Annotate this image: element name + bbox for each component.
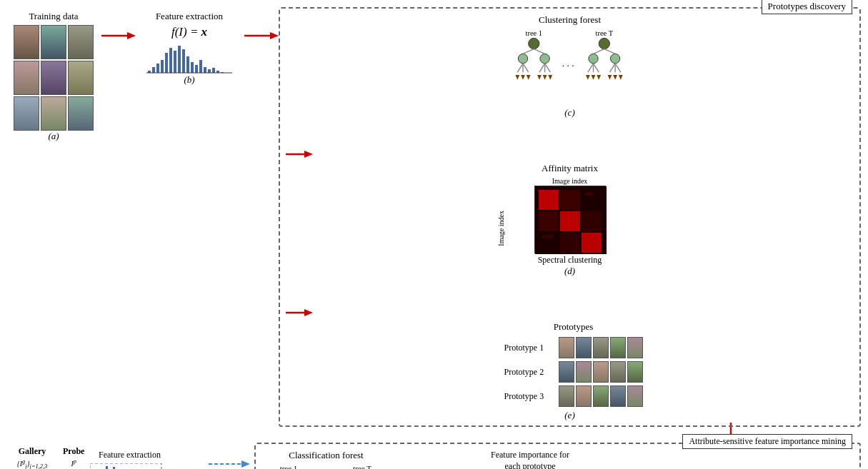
gallery-probe-row: Gallery {Igj}j=1,2,3 Probe Ip (7, 446, 207, 469)
svg-line-51 (609, 64, 615, 72)
panel-b: Feature extraction f(I) = x (136, 7, 243, 86)
svg-marker-93 (241, 460, 250, 468)
panel-c-label: (c) (564, 107, 574, 118)
proto-img (576, 337, 592, 358)
proto-img (627, 337, 643, 358)
svg-rect-4 (156, 64, 159, 73)
panel-b-title: Feature extraction (156, 11, 223, 22)
training-image (14, 25, 39, 59)
arrow-a-b (100, 7, 136, 43)
training-image (41, 61, 66, 95)
proto-img (593, 385, 609, 407)
top-row: Training data (a) (7, 7, 861, 427)
dashed-box-top: Prototypes discovery Clustering forest t… (279, 7, 861, 427)
prototype-row-2: Prototype 2 (504, 361, 643, 383)
svg-rect-67 (560, 190, 580, 210)
panel-b-label: (b) (184, 74, 194, 86)
svg-rect-63 (539, 190, 559, 210)
svg-line-29 (523, 49, 534, 54)
prototype-2-label: Prototype 2 (504, 367, 556, 378)
svg-line-46 (593, 49, 604, 54)
proto-img (559, 361, 574, 383)
panel-g: Feature importance for each prototype w¹ (421, 448, 637, 469)
svg-marker-54 (586, 75, 590, 80)
panel-e: Prototypes Prototype 1 (284, 320, 855, 421)
panel-d: Affinity matrix Image index Image index (284, 161, 855, 277)
svg-marker-37 (515, 75, 519, 80)
svg-marker-38 (521, 75, 525, 80)
panel-f-title: Classification forest (289, 450, 363, 461)
proto-img (610, 385, 626, 407)
probe-title: Probe (63, 446, 84, 457)
classification-forest-svg: tree 1 tree T . . . (266, 464, 387, 469)
affinity-matrix (534, 186, 606, 253)
proto-img (627, 385, 643, 407)
panel-a: Training data (a) (7, 7, 100, 142)
prototype-1-images (559, 337, 643, 358)
affinity-wrapper: Image index (534, 186, 606, 253)
dashed-box-bottom: Attribute-sensitive feature importance m… (254, 443, 861, 469)
svg-marker-22 (270, 32, 279, 39)
training-image (14, 61, 39, 95)
affinity-x-label: Image index (552, 177, 588, 185)
proto-img (593, 361, 609, 383)
proto-img (559, 385, 574, 407)
gallery-section: Gallery {Igj}j=1,2,3 (7, 446, 57, 469)
feature-extraction-b: Feature extraction (90, 446, 169, 469)
panel-h-feat-extract: Feature extraction (99, 450, 161, 460)
svg-marker-55 (591, 75, 595, 80)
svg-marker-41 (542, 75, 547, 80)
svg-rect-16 (208, 69, 211, 73)
panel-e-title: Prototypes (554, 321, 594, 333)
proto-img (610, 337, 626, 358)
prototypes-discovery-badge: Prototypes discovery (762, 0, 852, 14)
svg-rect-6 (165, 53, 168, 73)
panel-d-label: (d) (564, 266, 575, 277)
panel-f: Classification forest tree 1 tree T . . … (260, 448, 392, 469)
training-image (41, 96, 66, 131)
arrow-c-d (284, 118, 855, 161)
svg-text:tree 1: tree 1 (525, 29, 542, 37)
panel-e-label: (e) (564, 410, 574, 421)
prototype-row-3: Prototype 3 (504, 385, 643, 407)
proto-img (576, 385, 592, 407)
svg-rect-69 (582, 211, 602, 231)
svg-rect-64 (560, 211, 580, 231)
proto-img (593, 337, 609, 358)
svg-rect-9 (178, 46, 181, 73)
svg-line-33 (523, 64, 529, 72)
svg-point-28 (539, 54, 549, 63)
svg-rect-68 (560, 233, 580, 253)
panel-c-title: Clustering forest (539, 14, 601, 26)
svg-rect-12 (191, 62, 194, 73)
svg-line-30 (534, 49, 544, 54)
svg-rect-65 (582, 233, 602, 253)
prototype-3-images (559, 385, 643, 407)
svg-rect-5 (161, 60, 164, 73)
svg-point-26 (528, 38, 539, 49)
svg-line-48 (587, 64, 593, 72)
svg-rect-8 (174, 51, 176, 73)
svg-line-34 (539, 64, 544, 72)
arrow-b-c (243, 7, 279, 43)
arrow-h-f (207, 443, 250, 469)
training-image (68, 61, 94, 95)
proto-img (627, 361, 643, 383)
gallery-subscript: {Igj}j=1,2,3 (17, 458, 47, 469)
training-image (41, 25, 66, 59)
svg-point-45 (610, 54, 619, 63)
svg-line-47 (604, 49, 614, 54)
svg-point-43 (599, 38, 609, 49)
probe-section: Probe Ip (63, 446, 84, 469)
gallery-title: Gallery (19, 446, 46, 457)
svg-marker-59 (618, 75, 622, 80)
svg-marker-39 (526, 75, 530, 80)
clustering-forest-svg: tree 1 tree T . . . (509, 29, 631, 107)
training-image (68, 96, 94, 131)
svg-rect-71 (585, 192, 594, 196)
svg-marker-73 (304, 309, 313, 316)
prototype-2-images (559, 361, 643, 383)
prototype-1-label: Prototype 1 (504, 343, 556, 353)
svg-rect-10 (182, 49, 185, 73)
panel-b-formula: f(I) = x (171, 25, 207, 39)
